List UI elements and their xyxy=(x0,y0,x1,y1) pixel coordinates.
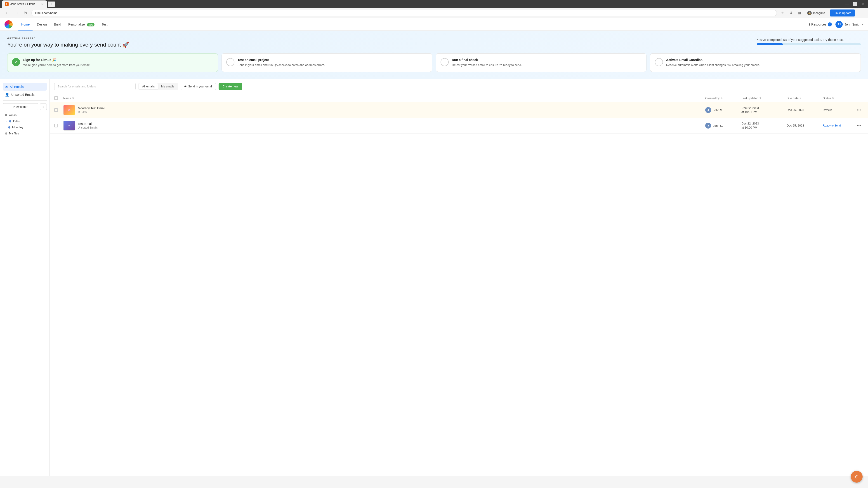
folder-label-myfiles: My files xyxy=(9,132,19,135)
folder-chevron-edits: ▼ xyxy=(5,120,7,123)
nav-item-home[interactable]: Home xyxy=(18,21,33,28)
user-chevron-icon: ▾ xyxy=(862,23,864,26)
getting-started-title: You're on your way to making every send … xyxy=(7,41,749,48)
filter-button-group: All emails My emails xyxy=(138,83,178,90)
create-new-button[interactable]: Create new xyxy=(219,83,242,90)
created-by-name-1: John S. xyxy=(713,108,723,112)
unsorted-icon: 👤 xyxy=(5,92,9,97)
task-desc-guardian: Receive automatic alerts when client cha… xyxy=(666,63,760,67)
incognito-button[interactable]: 🕵 Incognito xyxy=(805,10,827,16)
email-thumbnail-1: 🌸 xyxy=(63,105,75,115)
app-header: Home Design Build Personalize New Test ℹ… xyxy=(0,18,868,31)
status-badge-2: Ready to Send xyxy=(823,124,855,127)
table-row[interactable]: 🌸 Moodjoy Test Email in Edits J John S. … xyxy=(50,102,868,118)
unsorted-label: Unsorted Emails xyxy=(11,93,35,96)
col-header-due-date[interactable]: Due date ⇅ xyxy=(786,96,823,100)
active-browser-tab[interactable]: L John Smith > Litmus ✕ xyxy=(2,0,47,8)
row-menu-button-1[interactable]: ••• xyxy=(855,107,864,113)
main-nav: Home Design Build Personalize New Test xyxy=(18,21,809,28)
table-row[interactable]: ✉ Test Email Unsorted Emails J John S. D… xyxy=(50,118,868,133)
new-tab-button[interactable]: + xyxy=(48,1,55,7)
search-input[interactable] xyxy=(54,83,135,90)
folder-options-button[interactable]: ≡ xyxy=(40,103,47,110)
finish-update-button[interactable]: Finish update xyxy=(830,9,855,17)
bookmark-button[interactable]: ☆ xyxy=(780,10,785,16)
reload-button[interactable]: ↻ xyxy=(23,10,29,17)
resources-label: Resources xyxy=(811,23,827,26)
folder-item-amas[interactable]: Amas xyxy=(3,112,47,118)
task-icon-test-email xyxy=(226,58,235,66)
task-title-test-email: Test an email project xyxy=(238,58,325,62)
last-updated-time-2: at 10:00 PM xyxy=(741,126,786,130)
main-content: ✉ All Emails 👤 Unsorted Emails New folde… xyxy=(0,79,868,476)
task-card-guardian[interactable]: Activate Email Guardian Receive automati… xyxy=(650,53,861,72)
col-header-status[interactable]: Status ⇅ xyxy=(823,96,855,100)
forward-button[interactable]: → xyxy=(13,10,20,16)
email-info-1: 🌸 Moodjoy Test Email in Edits xyxy=(63,105,705,115)
row-checkbox-2[interactable] xyxy=(54,124,58,127)
send-in-email-button[interactable]: ✈ Send in your email xyxy=(181,83,216,90)
folder-dot-edits xyxy=(9,120,11,123)
folder-item-myfiles[interactable]: My files xyxy=(3,130,47,136)
col-header-name[interactable]: Name ⇅ xyxy=(63,96,705,100)
col-header-last-updated[interactable]: Last updated ⇅ xyxy=(741,96,786,100)
send-email-label: Send in your email xyxy=(188,85,213,88)
row-checkbox-1[interactable] xyxy=(54,108,58,112)
filter-my-emails-button[interactable]: My emails xyxy=(158,84,178,90)
email-folder-2: Unsorted Emails xyxy=(78,126,98,129)
address-bar[interactable]: litmus.com/home xyxy=(31,10,777,16)
header-right: ℹ Resources 1 JJ John Smith ▾ xyxy=(809,21,864,28)
task-desc-final-check: Retest your revised email to ensure it's… xyxy=(452,63,522,67)
row-menu-button-2[interactable]: ••• xyxy=(855,123,864,129)
help-icon: ⊙ xyxy=(855,474,859,476)
folder-item-edits[interactable]: ▼ Edits xyxy=(3,118,47,124)
app-logo[interactable] xyxy=(4,20,13,29)
user-mini-avatar-1: J xyxy=(705,107,711,113)
nav-item-test[interactable]: Test xyxy=(98,21,111,28)
email-list-header: All emails My emails ✈ Send in your emai… xyxy=(50,79,868,94)
email-name-2: Test Email xyxy=(78,122,98,126)
created-by-2: J John S. xyxy=(705,123,741,129)
new-folder-button[interactable]: New folder xyxy=(3,103,38,110)
select-all-checkbox[interactable] xyxy=(54,96,58,100)
email-name-1: Moodjoy Test Email xyxy=(78,106,105,110)
sort-icon-due-date: ⇅ xyxy=(800,97,801,99)
download-button[interactable]: ⬇ xyxy=(788,10,794,16)
sidebar-item-all-emails[interactable]: ✉ All Emails xyxy=(3,83,47,91)
email-rows: 🌸 Moodjoy Test Email in Edits J John S. … xyxy=(50,102,868,476)
all-emails-label: All Emails xyxy=(10,85,24,89)
extensions-button[interactable]: ⊞ xyxy=(797,10,802,16)
nav-item-build[interactable]: Build xyxy=(51,21,64,28)
user-menu-button[interactable]: JJ John Smith ▾ xyxy=(835,21,864,28)
minimize-button[interactable]: — xyxy=(843,1,850,7)
task-card-test-email[interactable]: Test an email project Send in your email… xyxy=(221,53,432,72)
task-title-signup: Sign up for Litmus 🎉 xyxy=(23,58,90,62)
close-window-button[interactable]: ✕ xyxy=(860,1,866,7)
nav-item-personalize[interactable]: Personalize New xyxy=(65,21,98,28)
task-title-final-check: Run a final check xyxy=(452,58,522,62)
task-desc-test-email: Send in your email and run QA checks to … xyxy=(238,63,325,67)
back-button[interactable]: ← xyxy=(4,10,10,16)
folder-item-moodjoy[interactable]: Moodjoy xyxy=(3,124,47,130)
created-by-name-2: John S. xyxy=(713,124,723,127)
task-icon-signup: ✓ xyxy=(12,58,20,66)
filter-all-emails-button[interactable]: All emails xyxy=(139,84,158,90)
resources-button[interactable]: ℹ Resources 1 xyxy=(809,22,832,26)
folder-dot-myfiles xyxy=(5,132,7,135)
sidebar-item-unsorted[interactable]: 👤 Unsorted Emails xyxy=(3,91,47,98)
task-card-final-check[interactable]: Run a final check Retest your revised em… xyxy=(436,53,647,72)
browser-controls-bar: ← → ↻ litmus.com/home ☆ ⬇ ⊞ 🕵 Incognito … xyxy=(0,8,868,18)
info-icon: ℹ xyxy=(809,23,810,26)
maximize-button[interactable]: ⬜ xyxy=(851,1,859,7)
new-folder-row: New folder ≡ xyxy=(3,103,47,110)
user-mini-avatar-2: J xyxy=(705,123,711,129)
task-icon-guardian xyxy=(655,58,663,66)
tab-close-button[interactable]: ✕ xyxy=(41,2,44,6)
browser-menu-button[interactable]: ⋮ xyxy=(858,10,864,17)
nav-item-design[interactable]: Design xyxy=(34,21,50,28)
task-card-signup[interactable]: ✓ Sign up for Litmus 🎉 We're glad you're… xyxy=(7,53,218,72)
email-thumbnail-2: ✉ xyxy=(63,121,75,131)
sort-icon-status: ⇅ xyxy=(832,97,834,99)
col-header-created-by[interactable]: Created by ⇅ xyxy=(705,96,741,100)
task-icon-final-check xyxy=(440,58,449,66)
